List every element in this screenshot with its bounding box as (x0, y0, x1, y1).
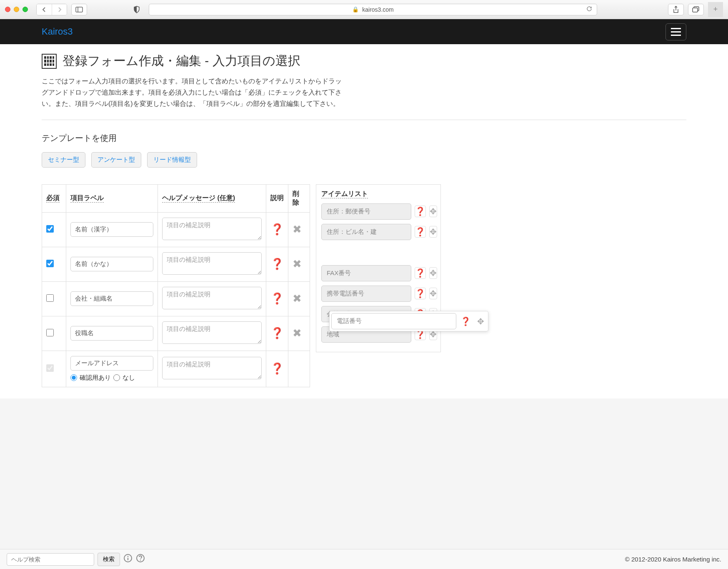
item-help-button[interactable]: ❓ (415, 267, 426, 279)
privacy-button[interactable] (129, 4, 145, 15)
new-tab-button[interactable]: + (708, 2, 723, 17)
divider (42, 120, 686, 120)
question-circle-icon: ❓ (415, 227, 425, 237)
item-drag-handle[interactable]: ✥ (429, 288, 437, 299)
table-row: 確認用あり なし ❓ (42, 351, 310, 387)
back-button[interactable] (37, 4, 52, 15)
delete-button[interactable]: ✖ (288, 212, 310, 247)
svg-rect-0 (76, 7, 83, 12)
th-label: 項目ラベル (70, 194, 104, 203)
question-circle-icon: ❓ (270, 223, 284, 236)
list-item[interactable]: ❓ ✥ (321, 203, 435, 220)
share-button[interactable] (668, 4, 684, 15)
template-survey-button[interactable]: アンケート型 (91, 152, 141, 168)
help-textarea[interactable] (162, 321, 262, 344)
forward-button[interactable] (52, 4, 67, 15)
question-circle-icon: ❓ (270, 362, 284, 375)
explain-button[interactable]: ❓ (266, 212, 288, 247)
maximize-window-button[interactable] (23, 7, 28, 12)
list-item[interactable]: ❓ ✥ (321, 286, 435, 302)
item-help-button[interactable]: ❓ (415, 206, 426, 217)
dragging-item[interactable]: ❓ ✥ (329, 311, 488, 331)
minimize-window-button[interactable] (14, 7, 19, 12)
label-input[interactable] (70, 326, 153, 341)
confirm-no-label: なし (123, 374, 135, 382)
app-logo[interactable]: Kairos3 (42, 26, 73, 37)
table-row: ❓ ✖ (42, 281, 310, 316)
delete-button[interactable]: ✖ (288, 316, 310, 351)
required-checkbox[interactable] (46, 260, 54, 267)
explain-button[interactable]: ❓ (266, 316, 288, 351)
question-circle-icon: ❓ (415, 206, 425, 216)
confirm-no-radio[interactable] (113, 374, 120, 381)
help-textarea[interactable] (162, 287, 262, 309)
app-header: Kairos3 (0, 19, 728, 44)
label-input[interactable] (70, 291, 153, 306)
url-bar[interactable]: 🔒 kairos3.com (149, 4, 597, 15)
explain-button[interactable]: ❓ (266, 247, 288, 281)
item-label (321, 286, 411, 302)
th-delete: 削除 (293, 190, 299, 206)
item-drag-handle[interactable]: ✥ (429, 267, 437, 279)
svg-rect-3 (693, 8, 698, 12)
move-icon: ✥ (430, 227, 437, 237)
chevron-left-icon (42, 7, 47, 13)
x-icon: ✖ (293, 223, 302, 236)
delete-button[interactable]: ✖ (288, 281, 310, 316)
label-input[interactable] (70, 222, 153, 237)
item-help-button[interactable]: ❓ (460, 316, 471, 327)
label-input[interactable] (70, 257, 153, 271)
reload-icon[interactable] (586, 5, 593, 13)
list-item[interactable]: ❓ ✥ (321, 265, 435, 281)
item-drag-handle[interactable]: ✥ (429, 226, 437, 238)
required-checkbox[interactable] (46, 329, 54, 336)
form-fields-table: 必須 項目ラベル ヘルプメッセージ (任意) 説明 削除 ❓ ✖ (42, 184, 310, 387)
question-circle-icon: ❓ (270, 292, 284, 305)
question-circle-icon: ❓ (270, 258, 284, 270)
question-circle-icon: ❓ (415, 268, 425, 278)
th-required: 必須 (46, 194, 60, 203)
template-buttons: セミナー型 アンケート型 リード情報型 (42, 152, 686, 168)
item-label (321, 224, 411, 240)
question-circle-icon: ❓ (270, 327, 284, 339)
template-lead-button[interactable]: リード情報型 (147, 152, 197, 168)
question-circle-icon: ❓ (460, 316, 471, 326)
required-checkbox[interactable] (46, 364, 54, 372)
question-circle-icon: ❓ (415, 288, 425, 298)
item-drag-handle[interactable]: ✥ (475, 316, 486, 327)
move-icon: ✥ (430, 268, 437, 278)
tabs-button[interactable] (688, 4, 704, 15)
chevron-right-icon (57, 7, 62, 13)
template-section-label: テンプレートを使用 (42, 133, 686, 144)
move-icon: ✥ (477, 316, 484, 326)
template-seminar-button[interactable]: セミナー型 (42, 152, 85, 168)
table-row: ❓ ✖ (42, 316, 310, 351)
close-window-button[interactable] (5, 7, 10, 12)
help-textarea[interactable] (162, 252, 262, 275)
url-text: kairos3.com (362, 6, 393, 13)
help-textarea[interactable] (162, 357, 262, 379)
sidebar-icon (75, 7, 83, 13)
delete-button[interactable]: ✖ (288, 247, 310, 281)
item-drag-handle[interactable]: ✥ (429, 206, 437, 217)
sidebar-toggle-button[interactable] (71, 4, 87, 15)
menu-button[interactable] (665, 23, 686, 40)
required-checkbox[interactable] (46, 294, 54, 302)
item-help-button[interactable]: ❓ (415, 288, 426, 299)
explain-button[interactable]: ❓ (266, 351, 288, 387)
form-icon (42, 54, 57, 69)
label-input[interactable] (70, 356, 153, 371)
tabs-icon (692, 6, 700, 13)
help-textarea[interactable] (162, 218, 262, 240)
item-help-button[interactable]: ❓ (415, 226, 426, 238)
list-item[interactable]: ❓ ✥ (321, 224, 435, 240)
table-row: ❓ ✖ (42, 247, 310, 281)
move-icon: ✥ (430, 206, 437, 216)
traffic-lights (5, 7, 28, 12)
required-checkbox[interactable] (46, 225, 54, 233)
explain-button[interactable]: ❓ (266, 281, 288, 316)
confirm-yes-radio[interactable] (70, 374, 77, 381)
th-explain: 説明 (270, 194, 284, 201)
lock-icon: 🔒 (352, 6, 359, 13)
item-label (321, 203, 411, 220)
